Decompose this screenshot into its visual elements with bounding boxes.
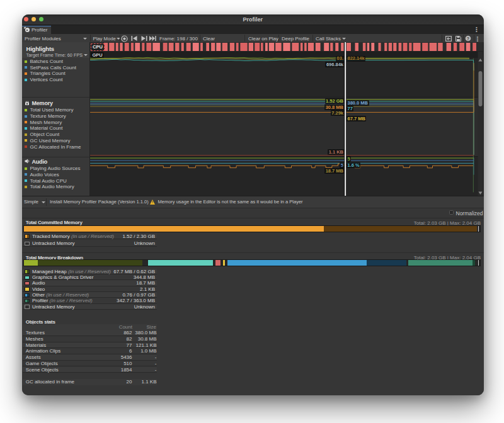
- svg-text:?: ?: [467, 37, 469, 41]
